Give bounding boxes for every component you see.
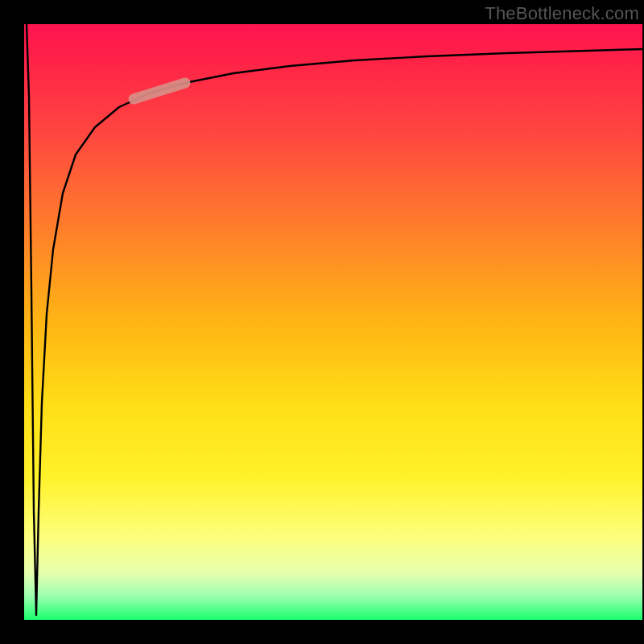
plot-area (24, 24, 642, 620)
attribution-watermark: TheBottleneck.com (485, 3, 639, 24)
curve-layer (24, 24, 642, 620)
highlight-segment (134, 83, 185, 99)
bottleneck-curve (27, 24, 642, 615)
chart-frame: TheBottleneck.com (0, 0, 644, 644)
